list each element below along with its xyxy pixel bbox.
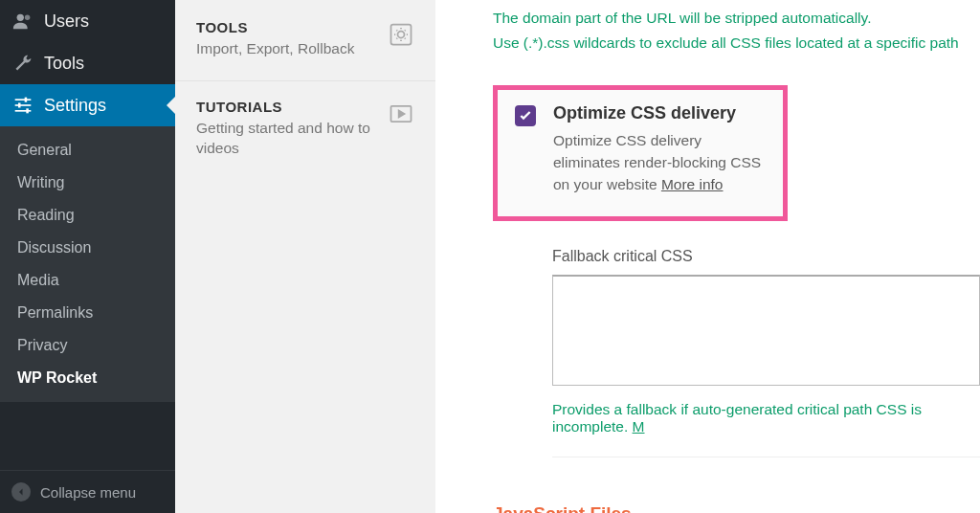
sidebar-item-settings[interactable]: Settings: [0, 84, 175, 126]
svg-rect-5: [25, 98, 28, 102]
notice-line: The domain part of the URL will be strip…: [493, 6, 980, 31]
sliders-icon: [11, 95, 34, 116]
optimize-css-highlight: Optimize CSS delivery Optimize CSS deliv…: [493, 85, 788, 222]
submenu-privacy[interactable]: Privacy: [0, 329, 175, 362]
optimize-css-title: Optimize CSS delivery: [553, 103, 766, 123]
settings-submenu: General Writing Reading Discussion Media…: [0, 126, 175, 402]
admin-sidebar: Users Tools Settings General Writing Rea…: [0, 0, 175, 513]
sidebar-item-users[interactable]: Users: [0, 0, 175, 42]
svg-rect-3: [15, 104, 32, 106]
gear-icon: [388, 21, 414, 48]
more-info-link[interactable]: More info: [661, 176, 724, 192]
wrench-icon: [11, 53, 34, 74]
svg-point-0: [17, 14, 24, 21]
optimize-css-checkbox[interactable]: [515, 105, 536, 126]
collapse-icon: [11, 482, 31, 502]
info-notice: The domain part of the URL will be strip…: [493, 6, 980, 56]
submenu-writing[interactable]: Writing: [0, 167, 175, 199]
sidebar-label-users: Users: [44, 11, 89, 32]
svg-rect-6: [18, 103, 21, 108]
fallback-css-textarea[interactable]: [552, 275, 980, 386]
submenu-reading[interactable]: Reading: [0, 199, 175, 232]
fallback-helper-text: Provides a fallback if auto-generated cr…: [552, 401, 980, 457]
fallback-css-label: Fallback critical CSS: [552, 248, 980, 265]
submenu-wprocket[interactable]: WP Rocket: [0, 362, 175, 394]
nav-card-tools[interactable]: TOOLS Import, Export, Rollback: [175, 2, 435, 81]
sidebar-item-tools[interactable]: Tools: [0, 42, 175, 84]
optimize-css-desc: Optimize CSS delivery eliminates render-…: [553, 129, 766, 196]
collapse-menu-button[interactable]: Collapse menu: [0, 470, 175, 513]
sidebar-label-settings: Settings: [44, 96, 106, 116]
nav-card-sub: Getting started and how to videos: [196, 118, 380, 159]
svg-rect-8: [391, 25, 412, 45]
submenu-media[interactable]: Media: [0, 264, 175, 297]
nav-card-sub: Import, Export, Rollback: [196, 38, 354, 59]
users-icon: [11, 11, 34, 32]
nav-card-title: TOOLS: [196, 19, 354, 35]
svg-rect-2: [15, 99, 32, 100]
main-content: The domain part of the URL will be strip…: [435, 0, 980, 513]
svg-point-1: [25, 15, 31, 20]
notice-line: Use (.*).css wildcards to exclude all CS…: [493, 31, 980, 56]
settings-nav-panel: TOOLS Import, Export, Rollback TUTORIALS…: [175, 0, 435, 513]
helper-link[interactable]: M: [633, 418, 645, 435]
play-icon: [388, 100, 414, 127]
svg-rect-7: [26, 108, 29, 113]
collapse-label: Collapse menu: [40, 484, 136, 501]
nav-card-title: TUTORIALS: [196, 99, 380, 115]
submenu-permalinks[interactable]: Permalinks: [0, 297, 175, 329]
javascript-files-heading: JavaScript Files: [493, 503, 980, 513]
submenu-discussion[interactable]: Discussion: [0, 232, 175, 264]
nav-card-tutorials[interactable]: TUTORIALS Getting started and how to vid…: [175, 81, 435, 180]
sidebar-label-tools: Tools: [44, 54, 84, 74]
svg-point-9: [398, 32, 405, 38]
submenu-general[interactable]: General: [0, 134, 175, 167]
